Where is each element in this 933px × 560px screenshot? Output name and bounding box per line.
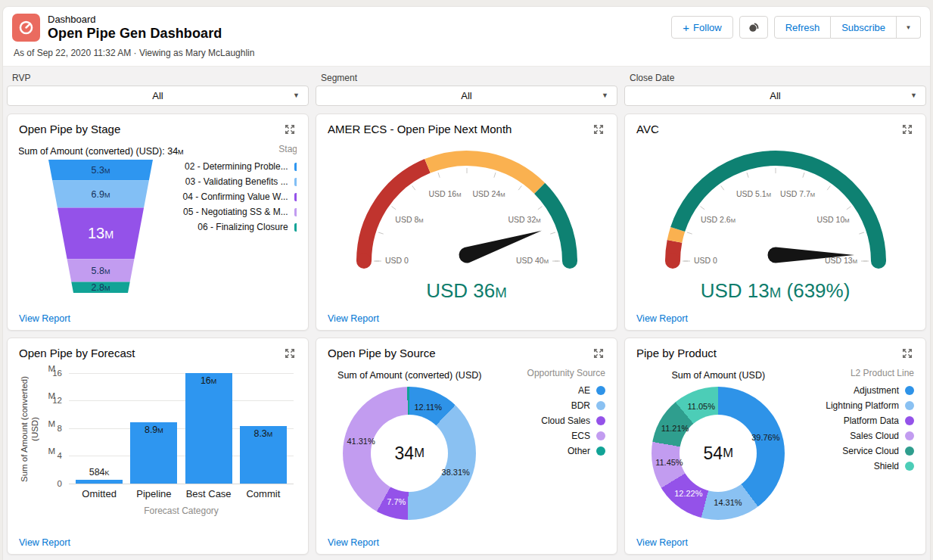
close-date-dropdown[interactable]: All ▼: [624, 86, 926, 106]
chart-label: USD 13M: [824, 256, 857, 265]
chart-legend: Opportunity SourceAEBDRCloud SalesECSOth…: [492, 362, 605, 537]
expand-button[interactable]: [283, 123, 297, 138]
view-report-link[interactable]: View Report: [328, 537, 605, 548]
legend-item: Shield: [874, 461, 914, 471]
chart-label: USD 0: [385, 256, 409, 265]
gauge-band: [364, 166, 428, 261]
widget-title: AMER ECS - Open Pipe Next Month: [328, 123, 512, 135]
legend-label: Platform Data: [844, 415, 899, 426]
legend-label: Service Cloud: [842, 446, 899, 456]
donut-ring[interactable]: 34M12.11%38.31%7.7%41.31%: [343, 387, 476, 520]
subscribe-button[interactable]: Subscribe: [831, 16, 897, 39]
widget-title: Open Pipe by Source: [328, 347, 436, 359]
y-axis-title: Sum of Amount (converted)(USD): [19, 372, 40, 516]
bar-pipeline[interactable]: 8.9M: [130, 422, 177, 484]
gauge-value: USD 13M (639%): [701, 279, 851, 303]
legend-swatch: [596, 386, 605, 395]
segment-dropdown[interactable]: All ▼: [316, 86, 617, 106]
legend-item: 04 - Confirming Value W...: [183, 191, 297, 202]
funnel-svg: 5.3M6.9M13M5.8M2.8M: [23, 158, 179, 294]
card-pipe-by-product: Pipe by Product Sum of Amount (USD)54M39…: [624, 338, 926, 555]
gridline: [69, 484, 294, 484]
legend-swatch: [294, 178, 297, 186]
chart-label: USD 7.7M: [780, 189, 815, 198]
legend-swatch: [294, 193, 297, 201]
gauge-band: [540, 188, 570, 261]
donut-column: Sum of Amount (converted) (USD)34M12.11%…: [328, 362, 492, 537]
dashboard-tile-icon: [12, 14, 40, 42]
y-tick-label: 16M: [52, 369, 62, 378]
gauge-chart-avc: USD 0USD 2.6MUSD 5.1MUSD 7.7MUSD 10MUSD …: [636, 138, 914, 313]
collaboration-button[interactable]: [739, 16, 768, 39]
view-report-link[interactable]: View Report: [636, 313, 914, 324]
refresh-subscribe-group: Refresh Subscribe ▼: [774, 16, 921, 39]
legend-item: Adjustment: [854, 385, 914, 396]
filter-label: RVP: [12, 73, 309, 83]
y-tick-label: 0: [58, 479, 62, 488]
x-category-labels: OmittedPipelineBest CaseCommit: [69, 488, 294, 499]
expand-button[interactable]: [283, 347, 297, 362]
bar-best-case[interactable]: 16M: [185, 373, 232, 484]
legend-item: Service Cloud: [842, 446, 914, 456]
legend-label: 03 - Validating Benefits ...: [185, 176, 288, 187]
chart-label: USD 40M: [515, 256, 548, 265]
plot-row: 16M12M8M4M0584K8.9M16M8.3M: [40, 372, 294, 484]
legend-swatch: [905, 401, 914, 410]
legend-label: Other: [568, 446, 590, 456]
more-actions-button[interactable]: ▼: [897, 16, 921, 39]
donut-split: Sum of Amount (converted) (USD)34M12.11%…: [328, 362, 605, 537]
legend-item: Sales Cloud: [850, 431, 914, 441]
plot-area: 584K8.9M16M8.3M: [69, 372, 294, 484]
x-spacer: [40, 488, 69, 499]
x-category-label: Omitted: [76, 488, 123, 499]
legend-label: 04 - Confirming Value W...: [183, 191, 288, 202]
bar-chart-area: Sum of Amount (converted)(USD)16M12M8M4M…: [19, 362, 297, 516]
card-avc-gauge: AVC USD 0USD 2.6MUSD 5.1MUSD 7.7MUSD 10M…: [624, 114, 926, 331]
donut-chart-product: Sum of Amount (USD)54M39.76%14.31%12.22%…: [636, 362, 914, 537]
gauge-svg: USD 0USD 2.6MUSD 5.1MUSD 7.7MUSD 10MUSD …: [636, 138, 914, 281]
legend-label: BDR: [571, 400, 590, 411]
refresh-button[interactable]: Refresh: [774, 16, 832, 39]
x-category-label: Best Case: [185, 488, 232, 499]
widget-title: Open Pipe by Stage: [19, 123, 120, 135]
card-open-pipe-by-source: Open Pipe by Source Sum of Amount (conve…: [316, 338, 617, 555]
expand-button[interactable]: [900, 347, 914, 362]
x-axis-title: Forecast Category: [69, 506, 294, 516]
card-open-pipe-by-forecast: Open Pipe by Forecast Sum of Amount (con…: [7, 338, 309, 555]
view-report-link[interactable]: View Report: [636, 537, 914, 548]
legend-swatch: [596, 446, 605, 456]
view-report-link[interactable]: View Report: [19, 537, 297, 548]
slice-label: 11.05%: [688, 402, 716, 411]
donut-chart-source: Sum of Amount (converted) (USD)34M12.11%…: [328, 362, 605, 537]
follow-button[interactable]: + Follow: [671, 16, 732, 39]
chevron-down-icon: ▼: [602, 86, 608, 105]
legend-label: Adjustment: [854, 385, 899, 396]
expand-button[interactable]: [592, 123, 605, 138]
view-report-link[interactable]: View Report: [328, 313, 605, 324]
chart-label: 5.3M: [91, 165, 110, 176]
expand-button[interactable]: [900, 123, 914, 138]
bar-commit[interactable]: 8.3M: [240, 426, 287, 484]
legend-title: Opportunity Source: [527, 368, 605, 378]
rvp-dropdown[interactable]: All ▼: [7, 86, 309, 106]
bar-value-label: 8.9M: [145, 425, 163, 435]
bar-chart-forecast: Sum of Amount (converted)(USD)16M12M8M4M…: [19, 362, 297, 537]
legend-label: Lightning Platform: [826, 400, 899, 411]
as-of-meta: As of Sep 22, 2020 11:32 AM · Viewing as…: [3, 45, 930, 66]
y-axis-title-line1: Sum of Amount (converted): [19, 376, 30, 482]
legend-title: L2 Product Line: [851, 368, 914, 378]
bar-omitted[interactable]: 584K: [76, 480, 123, 484]
y-tick-label: 12M: [52, 396, 62, 405]
object-label: Dashboard: [48, 14, 222, 25]
slice-label: 41.31%: [347, 437, 375, 446]
page-title: Open Pipe Gen Dashboard: [48, 26, 222, 42]
view-report-link[interactable]: View Report: [19, 313, 297, 324]
gauge-band: [674, 229, 677, 241]
expand-button[interactable]: [592, 347, 605, 362]
donut-ring[interactable]: 54M39.76%14.31%12.22%11.45%11.21%11.05%: [652, 387, 785, 520]
chevron-down-icon: ▼: [293, 86, 300, 105]
chart-legend: L2 Product LineAdjustmentLightning Platf…: [801, 362, 914, 537]
legend-swatch: [905, 446, 914, 456]
card-open-pipe-by-stage: Open Pipe by Stage Sum of Amount (conver…: [7, 114, 309, 331]
donut-center: 54M: [680, 415, 757, 492]
